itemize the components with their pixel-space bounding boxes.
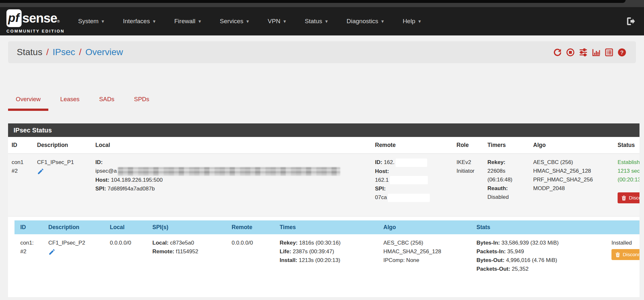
disconnect-child-button[interactable]: Disconnect [611,249,639,260]
nav-item-services[interactable]: Services▼ [220,18,250,25]
breadcrumb-separator: / [79,47,82,57]
chevron-down-icon: ▼ [283,19,287,24]
col-header-algo: Algo [378,220,471,234]
trash-icon [615,252,620,257]
stop-icon[interactable] [566,48,575,57]
redaction-blur [118,167,340,176]
child-header-row: ID Description Local SPI(s) Remote Times… [14,220,639,234]
col-header-id: ID [8,137,34,154]
status-installed: Installed [611,238,639,247]
chevron-down-icon: ▼ [418,19,422,24]
child-sa-table: ID Description Local SPI(s) Remote Times… [14,220,639,278]
cell-child-status: Installed Disconnect [606,234,639,278]
col-header-timers: Timers [484,137,530,154]
breadcrumb-root: Status [17,47,42,57]
window-top-strip [0,0,644,7]
chevron-down-icon: ▼ [380,19,385,24]
col-header-spis: SPI(s) [147,220,226,234]
pfsense-logo-row: pf sense® [6,9,64,27]
col-header-description: Description [34,137,92,154]
registered-mark: ® [57,19,59,23]
pfsense-logo-pf: pf [6,9,22,27]
breadcrumb: Status / IPsec / Overview [17,47,123,57]
nav-item-label: Interfaces [123,18,150,25]
col-header-role: Role [453,137,484,154]
list-icon[interactable] [605,48,613,57]
redaction-whiteout [396,159,427,167]
disconnect-button[interactable]: Disconnect [618,192,639,203]
nav-item-label: Status [305,18,322,25]
logout-icon[interactable] [625,16,636,26]
nav-item-vpn[interactable]: VPN▼ [268,18,287,25]
cell-status: Established 1213 seconds (00:20:13) ago … [614,154,639,217]
svg-text:?: ? [620,49,623,55]
nav-item-diagnostics[interactable]: Diagnostics▼ [347,18,385,25]
pfsense-logo-sense: sense® [22,11,60,25]
col-header-id: ID [14,220,43,234]
cell-local: ID: ipsec@a Host: 104.189.226.195:500 SP… [92,154,371,217]
col-header-times: Times [274,220,378,234]
cell-remote: 0.0.0.0/0 [226,234,274,278]
nav-item-label: Help [403,18,415,25]
top-navbar: pf sense® COMMUNITY EDITION System▼ Inte… [0,7,644,35]
main-menu: System▼ Interfaces▼ Firewall▼ Services▼ … [78,18,421,25]
cell-remote: ID: 162. Host: 162.1 SPI: 07ca [371,154,453,217]
redaction-whiteout [388,194,430,202]
ike-sa-table: ID Description Local Remote Role Timers … [8,137,639,217]
cell-timers: Rekey: 22608s (06:16:48) Reauth: Disable… [484,154,530,217]
ike-header-row: ID Description Local Remote Role Timers … [8,137,639,154]
breadcrumb-actions: ? [553,48,626,57]
refresh-icon[interactable] [553,48,562,57]
tab-leases[interactable]: Leases [53,96,87,111]
nav-item-help[interactable]: Help▼ [403,18,422,25]
chevron-down-icon: ▼ [101,19,105,24]
nav-item-label: Firewall [174,18,195,25]
breadcrumb-link-ipsec[interactable]: IPsec [53,47,75,57]
nav-item-status[interactable]: Status▼ [305,18,329,25]
pfsense-logo[interactable]: pf sense® COMMUNITY EDITION [6,9,64,34]
trash-icon [621,195,626,201]
cell-algo: AES_CBC (256) HMAC_SHA2_256_128 PRF_HMAC… [530,154,614,217]
col-header-algo: Algo [530,137,614,154]
status-established: Established [618,158,639,167]
chevron-down-icon: ▼ [324,19,329,24]
nav-item-label: Services [220,18,243,25]
edit-icon[interactable] [48,248,55,256]
cell-stats: Bytes-In: 33,586,939 (32.03 MiB) Packets… [471,234,606,278]
cell-description: CF1_IPsec_P1 [34,154,92,217]
sliders-icon[interactable] [579,48,588,57]
cell-role: IKEv2 Initiator [453,154,484,217]
cell-id: con1: #2 [14,234,43,278]
col-header-local: Local [92,137,371,154]
breadcrumb-bar: Status / IPsec / Overview ? [8,41,636,63]
table-row: con1 #2 CF1_IPsec_P1 ID: ipsec@a Host: 1… [8,154,639,217]
nav-item-firewall[interactable]: Firewall▼ [174,18,202,25]
col-header-remote: Remote [226,220,274,234]
edit-icon[interactable] [37,168,44,175]
cell-spis: Local: c873e5a0 Remote: f1154952 [147,234,226,278]
nav-item-label: VPN [268,18,280,25]
tab-sads[interactable]: SADs [91,96,122,111]
cell-algo: AES_CBC (256) HMAC_SHA2_256_128 IPComp: … [378,234,471,278]
breadcrumb-link-overview[interactable]: Overview [85,47,123,57]
col-header-remote: Remote [371,137,453,154]
nav-item-label: Diagnostics [347,18,378,25]
col-header-description: Description [43,220,104,234]
breadcrumb-separator: / [46,47,49,57]
tab-overview[interactable]: Overview [8,96,48,111]
bar-chart-icon[interactable] [592,48,601,57]
tab-spds[interactable]: SPDs [126,96,157,111]
redaction-whiteout [390,176,428,184]
pfsense-logo-edition: COMMUNITY EDITION [6,29,64,34]
chevron-down-icon: ▼ [152,19,156,24]
cell-description: CF1_IPsec_P2 [43,234,104,278]
nav-item-system[interactable]: System▼ [78,18,105,25]
child-sa-section: ID Description Local SPI(s) Remote Times… [8,217,639,278]
nav-item-interfaces[interactable]: Interfaces▼ [123,18,156,25]
table-row: con1: #2 CF1_IPsec_P2 0.0.0.0/0 [14,234,639,278]
col-header-status: Status [614,137,639,154]
help-icon[interactable]: ? [618,48,626,57]
description-text: CF1_IPsec_P1 [37,158,92,167]
cell-times: Rekey: 1816s (00:30:16) Life: 2387s (00:… [274,234,378,278]
ipsec-subnav-tabs: Overview Leases SADs SPDs [8,96,161,111]
